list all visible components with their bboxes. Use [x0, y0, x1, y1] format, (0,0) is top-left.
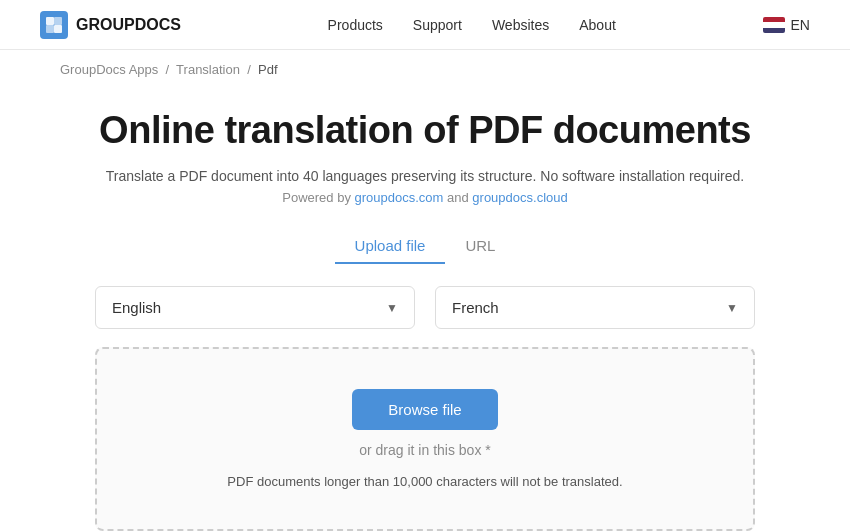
svg-rect-0 — [46, 17, 54, 25]
powered-by-and: and — [443, 190, 472, 205]
logo-link[interactable]: GROUPDOCS — [40, 11, 181, 39]
tab-url[interactable]: URL — [445, 229, 515, 264]
nav-websites[interactable]: Websites — [492, 17, 549, 33]
drag-hint: or drag it in this box * — [359, 442, 491, 458]
source-language-arrow: ▼ — [386, 301, 398, 315]
subtitle: Translate a PDF document into 40 languag… — [106, 168, 744, 184]
target-language-dropdown[interactable]: French ▼ — [435, 286, 755, 329]
main-content: Online translation of PDF documents Tran… — [0, 89, 850, 532]
svg-rect-2 — [46, 25, 54, 33]
tab-bar: Upload file URL — [335, 229, 516, 264]
nav-support[interactable]: Support — [413, 17, 462, 33]
breadcrumb-apps[interactable]: GroupDocs Apps — [60, 62, 158, 77]
groupdocs-cloud-link[interactable]: groupdocs.cloud — [472, 190, 567, 205]
breadcrumb-translation[interactable]: Translation — [176, 62, 240, 77]
breadcrumb-current: Pdf — [258, 62, 278, 77]
powered-by-prefix: Powered by — [282, 190, 354, 205]
svg-rect-1 — [54, 17, 62, 25]
main-nav: Products Support Websites About — [328, 17, 616, 33]
groupdocs-com-link[interactable]: groupdocs.com — [355, 190, 444, 205]
browse-file-button[interactable]: Browse file — [352, 389, 497, 430]
tab-upload-file[interactable]: Upload file — [335, 229, 446, 264]
target-language-value: French — [452, 299, 499, 316]
nav-about[interactable]: About — [579, 17, 616, 33]
language-selector[interactable]: EN — [763, 17, 810, 33]
source-language-value: English — [112, 299, 161, 316]
language-row: English ▼ French ▼ — [95, 286, 755, 329]
powered-by: Powered by groupdocs.com and groupdocs.c… — [282, 190, 567, 205]
logo-text: GROUPDOCS — [76, 16, 181, 34]
breadcrumb: GroupDocs Apps / Translation / Pdf — [0, 50, 850, 89]
target-language-arrow: ▼ — [726, 301, 738, 315]
flag-icon — [763, 17, 785, 33]
limit-notice: PDF documents longer than 10,000 charact… — [227, 474, 622, 489]
page-title: Online translation of PDF documents — [99, 109, 751, 152]
nav-products[interactable]: Products — [328, 17, 383, 33]
svg-rect-3 — [54, 25, 62, 33]
logo-icon — [40, 11, 68, 39]
source-language-dropdown[interactable]: English ▼ — [95, 286, 415, 329]
lang-code: EN — [791, 17, 810, 33]
header: GROUPDOCS Products Support Websites Abou… — [0, 0, 850, 50]
upload-dropzone: Browse file or drag it in this box * PDF… — [95, 347, 755, 531]
